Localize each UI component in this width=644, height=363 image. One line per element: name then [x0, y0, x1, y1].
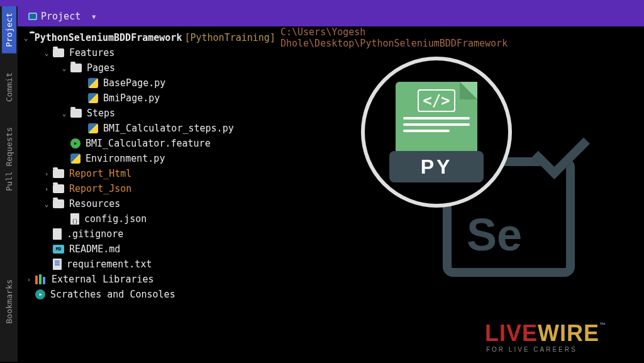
chevron-right-icon[interactable]: ›	[24, 276, 34, 284]
file-label: .gitignore	[67, 228, 123, 240]
tree-folder-resources[interactable]: ⌄ Resources	[18, 196, 395, 211]
folder-label: Pages	[87, 62, 115, 74]
tree-external-libraries[interactable]: › External Libraries	[18, 272, 395, 287]
chevron-down-icon[interactable]: ⌄	[59, 64, 69, 72]
tree-file-bmi-calc-steps[interactable]: BMI_Calculator_steps.py	[18, 121, 395, 136]
tree-label: Scratches and Consoles	[50, 289, 175, 300]
decorative-python-selenium-graphic: Se </> PY	[380, 75, 581, 277]
project-root-name: PythonSeleniumBDDFramework	[35, 32, 182, 43]
folder-icon	[53, 48, 64, 57]
scratch-icon	[35, 289, 45, 299]
project-root-path: C:\Users\Yogesh Dhole\Desktop\PythonSele…	[280, 26, 508, 49]
file-label: BmiPage.py	[103, 92, 160, 104]
file-label: BMI_Calculator_steps.py	[103, 123, 234, 134]
chevron-right-icon[interactable]: ›	[42, 185, 52, 193]
code-bracket-label: </>	[418, 89, 455, 112]
chevron-down-icon[interactable]: ▼	[92, 13, 96, 20]
tree-file-gitignore[interactable]: .gitignore	[18, 226, 395, 242]
project-window-icon	[28, 13, 37, 20]
folder-icon	[53, 169, 64, 178]
tree-root-row[interactable]: ⌄ PythonSeleniumBDDFramework [PythonTrai…	[18, 30, 395, 45]
watermark-tm: ™	[599, 321, 606, 328]
gitignore-file-icon	[53, 228, 62, 240]
folder-icon	[70, 64, 82, 72]
folder-icon	[53, 199, 64, 208]
python-file-graphic: </> PY	[396, 82, 477, 182]
watermark-brand: LIVEWIRE™	[485, 322, 606, 345]
text-file-icon	[53, 259, 62, 270]
library-icon	[35, 274, 47, 284]
folder-icon	[70, 109, 82, 118]
tree-label: External Libraries	[52, 274, 154, 285]
folder-label: Steps	[87, 108, 115, 119]
tree-folder-pages[interactable]: ⌄ Pages	[18, 60, 395, 75]
sidebar-tab-project[interactable]: Project	[2, 6, 16, 53]
tree-file-config-json[interactable]: config.json	[18, 211, 395, 226]
markdown-file-icon: MD	[53, 245, 64, 254]
tree-folder-steps[interactable]: ⌄ Steps	[18, 106, 395, 121]
tree-folder-report-html[interactable]: › Report_Html	[18, 166, 395, 181]
tree-folder-report-json[interactable]: › Report_Json	[18, 181, 395, 196]
folder-label: Report_Html	[69, 168, 131, 179]
sidebar-tab-label: Commit	[4, 72, 14, 102]
sidebar-tab-commit[interactable]: Commit	[2, 66, 16, 108]
watermark-wire: WIRE	[538, 320, 599, 346]
sidebar-tab-pull-requests[interactable]: Pull Requests	[2, 121, 16, 198]
selenium-se-label: Se	[467, 209, 522, 260]
project-tree: ⌄ PythonSeleniumBDDFramework [PythonTrai…	[18, 26, 395, 306]
file-label: Environment.py	[86, 153, 165, 164]
tree-file-basepage[interactable]: BasePage.py	[18, 75, 395, 91]
chevron-down-icon[interactable]: ⌄	[59, 109, 69, 118]
chevron-down-icon[interactable]: ⌄	[42, 200, 52, 208]
left-tool-window-bar: Project Commit Pull Requests Bookmarks	[0, 6, 18, 362]
tree-file-bmi-calc-feature[interactable]: BMI_Calculator.feature	[18, 136, 395, 151]
python-file-icon	[70, 154, 80, 164]
chevron-right-icon[interactable]: ›	[42, 170, 52, 178]
sidebar-tab-label: Bookmarks	[4, 279, 14, 323]
file-label: requirement.txt	[67, 259, 152, 270]
file-label: README.md	[69, 243, 120, 255]
project-toolwindow-header[interactable]: Project ▼	[0, 6, 644, 26]
watermark-logo: LIVEWIRE™ FOR LIVE CAREERS	[485, 322, 606, 353]
project-header-label: Project	[41, 11, 80, 22]
tree-file-readme[interactable]: MD README.md	[18, 242, 395, 257]
chevron-down-icon[interactable]: ⌄	[24, 34, 28, 42]
watermark-live: LIVE	[485, 320, 538, 346]
file-label: BMI_Calculator.feature	[86, 138, 211, 149]
file-label: config.json	[84, 213, 147, 225]
title-bar-strip	[0, 0, 644, 6]
project-run-config: [PythonTraining]	[184, 32, 275, 43]
sidebar-tab-label: Pull Requests	[4, 127, 14, 191]
tree-scratches-consoles[interactable]: Scratches and Consoles	[18, 287, 395, 302]
py-extension-label: PY	[389, 151, 484, 182]
python-file-icon	[88, 123, 98, 133]
chevron-down-icon[interactable]: ⌄	[42, 49, 52, 57]
tree-file-bmipage[interactable]: BmiPage.py	[18, 91, 395, 106]
folder-icon	[53, 184, 64, 193]
tree-file-requirement[interactable]: requirement.txt	[18, 257, 395, 272]
folder-label: Features	[69, 47, 114, 59]
python-file-icon	[88, 93, 98, 103]
folder-label: Report_Json	[69, 183, 131, 194]
feature-file-icon	[70, 138, 80, 148]
circle-frame: </> PY	[361, 57, 512, 208]
tree-file-environment[interactable]: Environment.py	[18, 151, 395, 166]
json-file-icon	[70, 213, 79, 225]
python-file-icon	[88, 78, 98, 88]
sidebar-tab-label: Project	[4, 13, 14, 47]
folder-label: Resources	[69, 198, 120, 209]
sidebar-tab-bookmarks[interactable]: Bookmarks	[2, 273, 16, 330]
watermark-tagline: FOR LIVE CAREERS	[486, 346, 606, 353]
file-label: BasePage.py	[103, 77, 165, 89]
